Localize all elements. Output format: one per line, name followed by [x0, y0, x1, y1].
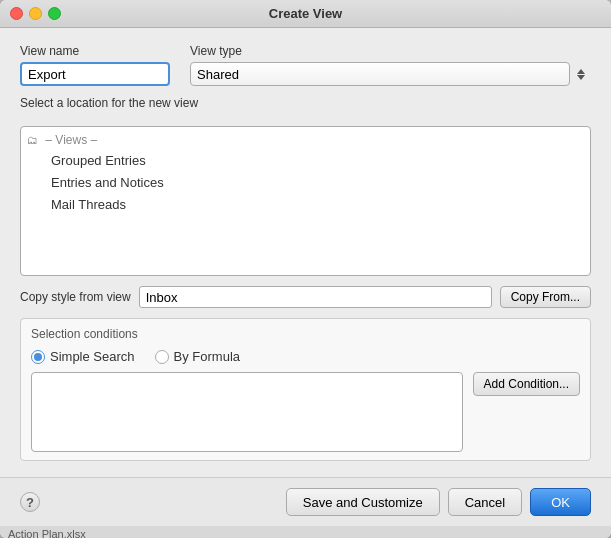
ok-button[interactable]: OK — [530, 488, 591, 516]
view-name-input[interactable] — [20, 62, 170, 86]
form-content: View name View type Shared Select a loca… — [0, 28, 611, 477]
location-label: Select a location for the new view — [20, 96, 591, 110]
tree-item[interactable]: Entries and Notices — [47, 173, 584, 192]
view-type-wrapper: Shared — [190, 62, 591, 86]
copy-from-button[interactable]: Copy From... — [500, 286, 591, 308]
radio-row: Simple Search By Formula — [31, 349, 580, 364]
radio-simple-dot — [31, 350, 45, 364]
radio-formula-dot — [155, 350, 169, 364]
bottom-actions: Save and Customize Cancel OK — [286, 488, 591, 516]
help-button[interactable]: ? — [20, 492, 40, 512]
close-button[interactable] — [10, 7, 23, 20]
minimize-button[interactable] — [29, 7, 42, 20]
view-name-label: View name — [20, 44, 170, 58]
tree-item[interactable]: Mail Threads — [47, 195, 584, 214]
copy-style-row: Copy style from view Copy From... — [20, 286, 591, 308]
window-controls — [10, 7, 61, 20]
copy-style-label: Copy style from view — [20, 290, 131, 304]
tree-items-list: Grouped Entries Entries and Notices Mail… — [27, 151, 584, 214]
tree-section-label: 🗂 – Views – — [27, 133, 584, 147]
copy-style-input[interactable] — [139, 286, 492, 308]
tree-item[interactable]: Grouped Entries — [47, 151, 584, 170]
cancel-button[interactable]: Cancel — [448, 488, 522, 516]
add-condition-button[interactable]: Add Condition... — [473, 372, 580, 396]
view-type-select[interactable]: Shared — [190, 62, 570, 86]
window-title: Create View — [269, 6, 342, 21]
conditions-content-row: Add Condition... — [31, 372, 580, 452]
select-arrow-icon — [577, 69, 585, 80]
radio-simple-search[interactable]: Simple Search — [31, 349, 135, 364]
location-tree[interactable]: 🗂 – Views – Grouped Entries Entries and … — [20, 126, 591, 276]
radio-by-formula[interactable]: By Formula — [155, 349, 240, 364]
radio-simple-label: Simple Search — [50, 349, 135, 364]
tree-icon: 🗂 — [27, 134, 38, 146]
view-type-field: View type Shared — [190, 44, 591, 86]
radio-formula-label: By Formula — [174, 349, 240, 364]
name-type-row: View name View type Shared — [20, 44, 591, 86]
file-name-bar: Action Plan.xlsx — [0, 526, 611, 538]
create-view-window: Create View View name View type Shared — [0, 0, 611, 538]
selection-conditions-box: Selection conditions Simple Search By Fo… — [20, 318, 591, 461]
conditions-textarea[interactable] — [31, 372, 463, 452]
title-bar: Create View — [0, 0, 611, 28]
view-type-label: View type — [190, 44, 591, 58]
bottom-bar: ? Save and Customize Cancel OK — [0, 477, 611, 526]
maximize-button[interactable] — [48, 7, 61, 20]
view-name-field: View name — [20, 44, 170, 86]
conditions-title: Selection conditions — [31, 327, 580, 341]
save-customize-button[interactable]: Save and Customize — [286, 488, 440, 516]
